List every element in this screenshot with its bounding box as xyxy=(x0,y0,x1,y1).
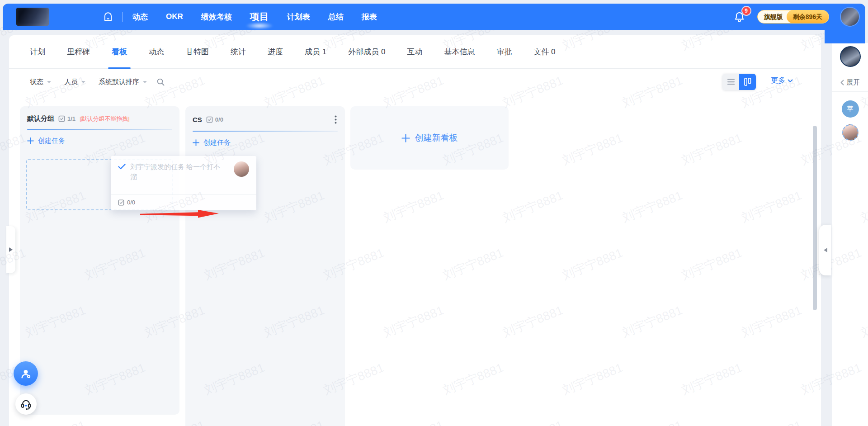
user-avatar[interactable] xyxy=(841,8,859,26)
more-button-label: 更多 xyxy=(771,76,785,85)
column-task-count: 1/1 xyxy=(58,115,75,122)
home-button[interactable] xyxy=(102,11,114,23)
create-task-label: 创建任务 xyxy=(203,138,231,147)
checkbox-icon xyxy=(118,199,124,206)
tab-statistics[interactable]: 统计 xyxy=(231,35,246,69)
checkbox-icon xyxy=(58,115,65,122)
assignee-avatar xyxy=(234,161,249,177)
invite-member-fab[interactable] xyxy=(14,361,38,386)
count-text: 1/1 xyxy=(67,115,75,122)
more-button[interactable]: 更多 xyxy=(771,76,793,85)
column-menu-button[interactable] xyxy=(334,114,338,125)
nav-item-performance[interactable]: 绩效考核 xyxy=(201,12,232,22)
sidebar-divider xyxy=(832,91,868,92)
nav-item-summary[interactable]: 总结 xyxy=(328,12,344,22)
member-sidebar: 展开 苹 xyxy=(832,43,868,426)
create-new-board-button[interactable]: 创建新看板 xyxy=(350,106,509,170)
create-new-board-label: 创建新看板 xyxy=(415,132,458,144)
triangle-right-icon xyxy=(9,247,13,252)
headset-icon xyxy=(20,398,32,410)
count-text: 0/0 xyxy=(215,116,223,123)
nav-item-feed[interactable]: 动态 xyxy=(132,12,148,22)
tab-basic-info[interactable]: 基本信息 xyxy=(444,35,475,69)
checkbox-icon xyxy=(206,116,213,123)
tab-board[interactable]: 看板 xyxy=(112,35,127,69)
column-task-count: 0/0 xyxy=(206,116,223,123)
column-title: CS xyxy=(193,116,202,123)
app-logo[interactable] xyxy=(16,8,49,26)
owner-avatar[interactable] xyxy=(840,46,861,67)
tab-progress[interactable]: 进度 xyxy=(268,35,283,69)
right-panel-collapse-handle[interactable] xyxy=(819,225,831,275)
create-task-button[interactable]: 创建任务 xyxy=(193,138,338,147)
tab-interaction[interactable]: 互动 xyxy=(407,35,422,69)
person-gear-icon xyxy=(20,368,32,380)
chevron-down-icon xyxy=(788,79,793,83)
chevron-left-icon xyxy=(840,80,844,85)
triangle-left-icon xyxy=(824,248,827,252)
member-avatar-photo[interactable] xyxy=(842,124,859,141)
column-header: CS 0/0 xyxy=(193,114,338,125)
tab-members[interactable]: 成员 1 xyxy=(305,35,326,69)
search-button[interactable] xyxy=(156,78,165,86)
plan-remaining-days: 剩余896天 xyxy=(787,10,829,24)
list-view-icon xyxy=(727,78,735,85)
column-drag-warning: |默认分组不能拖拽| xyxy=(80,115,130,123)
notification-count-badge: 9 xyxy=(742,7,750,15)
plus-icon xyxy=(193,139,199,146)
tab-gantt[interactable]: 甘特图 xyxy=(186,35,209,69)
board-toolbar: 状态 人员 系统默认排序 xyxy=(9,69,821,95)
people-filter[interactable]: 人员 xyxy=(64,78,86,86)
people-filter-label: 人员 xyxy=(64,78,78,86)
plan-name: 旗舰版 xyxy=(758,10,788,23)
project-panel: 计划 里程碑 看板 动态 甘特图 统计 进度 成员 1 外部成员 0 互动 基本… xyxy=(9,35,821,426)
tab-approval[interactable]: 审批 xyxy=(496,35,512,69)
tab-activity[interactable]: 动态 xyxy=(149,35,164,69)
nav-item-okr[interactable]: OKR xyxy=(166,12,183,21)
board-view-button[interactable] xyxy=(739,74,756,90)
column-underline xyxy=(27,129,172,130)
expand-sidebar-button[interactable]: 展开 xyxy=(832,73,868,91)
list-view-button[interactable] xyxy=(722,74,739,90)
caret-down-icon xyxy=(142,80,147,84)
check-icon xyxy=(118,164,126,170)
search-icon xyxy=(156,78,165,86)
create-task-button[interactable]: 创建任务 xyxy=(27,137,172,145)
board-view-icon xyxy=(744,78,751,86)
sort-selector[interactable]: 系统默认排序 xyxy=(99,78,147,86)
kanban-column-default: 默认分组 1/1 |默认分组不能拖拽| 创建任务 xyxy=(20,106,179,415)
nav-right-cluster: 9 旗舰版 剩余896天 xyxy=(733,8,859,26)
nav-item-project[interactable]: 项目 xyxy=(250,10,269,23)
customer-service-fab[interactable] xyxy=(15,393,37,415)
column-underline xyxy=(193,131,338,132)
caret-down-icon xyxy=(47,80,52,84)
nav-item-report[interactable]: 报表 xyxy=(362,12,377,22)
member-avatar-initial[interactable]: 苹 xyxy=(842,100,859,118)
column-title: 默认分组 xyxy=(27,114,54,123)
subtask-count: 0/0 xyxy=(127,199,135,206)
plus-icon xyxy=(401,134,410,142)
tab-external-members[interactable]: 外部成员 0 xyxy=(348,35,385,69)
top-nav: 动态 OKR 绩效考核 项目 计划表 总结 报表 9 旗舰版 剩余896天 xyxy=(3,4,865,30)
tab-plan[interactable]: 计划 xyxy=(30,35,45,69)
sort-selector-label: 系统默认排序 xyxy=(99,78,139,86)
caret-down-icon xyxy=(81,80,86,84)
plus-icon xyxy=(27,137,34,144)
notifications-button[interactable]: 9 xyxy=(733,11,745,23)
home-icon xyxy=(102,11,114,23)
tab-milestone[interactable]: 里程碑 xyxy=(67,35,90,69)
tab-files[interactable]: 文件 0 xyxy=(533,35,555,69)
create-task-label: 创建任务 xyxy=(38,137,65,145)
status-filter-label: 状态 xyxy=(30,78,43,86)
board-vertical-scrollbar[interactable] xyxy=(813,126,817,310)
status-filter[interactable]: 状态 xyxy=(30,78,52,86)
column-header: 默认分组 1/1 |默认分组不能拖拽| xyxy=(27,114,172,123)
dragged-task-card[interactable]: 刘宇宁派发的任务 给一个打不溜 0/0 xyxy=(111,156,256,210)
plan-badge[interactable]: 旗舰版 剩余896天 xyxy=(757,10,829,24)
task-title-row: 刘宇宁派发的任务 给一个打不溜 xyxy=(118,162,250,182)
task-title: 刘宇宁派发的任务 给一个打不溜 xyxy=(130,162,225,182)
nav-item-schedule[interactable]: 计划表 xyxy=(287,12,310,22)
drag-direction-arrow xyxy=(139,209,222,219)
view-toggle xyxy=(722,74,756,90)
left-panel-expand-handle[interactable] xyxy=(6,226,15,273)
